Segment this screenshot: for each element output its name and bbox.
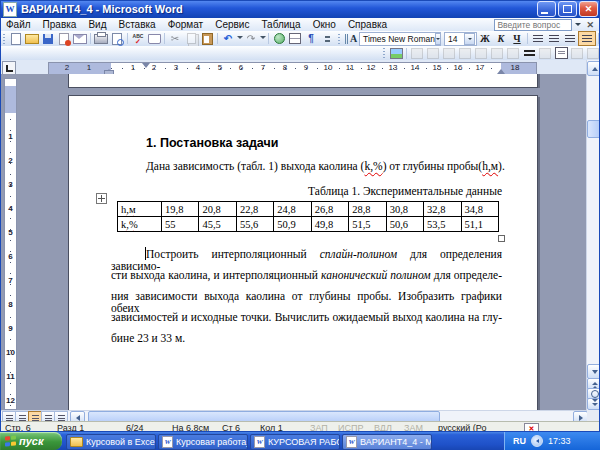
table-cell[interactable]: 19,8 (162, 202, 199, 217)
more-brightness-button[interactable] (457, 47, 473, 60)
document-page[interactable]: 1. Постановка задачи Дана зависимость (т… (68, 95, 538, 410)
print-button[interactable] (93, 32, 109, 45)
first-line-indent-marker[interactable] (142, 63, 150, 72)
right-indent-marker[interactable] (497, 65, 505, 74)
table-cell[interactable]: 50,6 (386, 217, 423, 232)
minimize-button[interactable] (537, 1, 556, 17)
insert-hyperlink-button[interactable] (271, 32, 287, 45)
table-cell[interactable]: 51,1 (461, 217, 499, 232)
ask-dropdown-icon[interactable] (575, 23, 581, 29)
open-button[interactable] (24, 32, 40, 45)
close-button[interactable]: ✕ (579, 1, 598, 17)
align-right-button[interactable] (562, 32, 578, 45)
menu-format[interactable]: Формат (162, 19, 210, 30)
picture-toolbar-grip[interactable] (383, 48, 385, 58)
table-cell[interactable]: 55 (162, 217, 199, 232)
bold-button[interactable]: Ж (477, 32, 493, 45)
font-name-combo[interactable]: Times New Roman (359, 32, 441, 46)
restore-button[interactable] (558, 1, 577, 17)
scroll-down-button[interactable] (587, 364, 600, 379)
table-cell[interactable]: 22,8 (236, 202, 273, 217)
less-contrast-button[interactable] (441, 47, 457, 60)
ask-question-input[interactable] (494, 19, 572, 31)
table-caption[interactable]: Таблица 1. Экспериментальные данные (111, 185, 502, 197)
start-button[interactable]: пуск (0, 432, 62, 450)
section-heading[interactable]: 1. Постановка задачи (146, 136, 278, 150)
table-cell[interactable]: 50,9 (274, 217, 311, 232)
email-button[interactable] (72, 32, 88, 45)
menu-tools[interactable]: Сервис (209, 19, 255, 30)
table-cell[interactable]: 34,8 (461, 202, 499, 217)
previous-page[interactable] (68, 74, 538, 88)
table-cell[interactable]: 32,8 (424, 202, 461, 217)
tab-stop-selector[interactable] (2, 61, 16, 75)
text-wrapping-button[interactable] (553, 47, 569, 60)
toolbar-grip[interactable] (3, 34, 5, 44)
table-move-handle[interactable] (96, 193, 107, 204)
print-preview-button[interactable] (109, 32, 125, 45)
table-cell[interactable]: 26,8 (311, 202, 348, 217)
table-cell[interactable]: 55,6 (236, 217, 273, 232)
tables-borders-button[interactable] (287, 32, 303, 45)
line-style-button[interactable] (521, 47, 537, 60)
table-cell[interactable]: 20,8 (199, 202, 236, 217)
scroll-up-button[interactable] (587, 61, 600, 76)
styles-and-formatting-button[interactable]: А (343, 32, 359, 45)
compress-pictures-button[interactable] (537, 47, 553, 60)
save-button[interactable] (40, 32, 56, 45)
next-object-button[interactable] (587, 398, 600, 410)
more-contrast-button[interactable] (425, 47, 441, 60)
table-cell[interactable]: 24,8 (274, 202, 311, 217)
vertical-scroll-thumb[interactable] (587, 120, 600, 138)
table-cell[interactable]: k,% (118, 217, 162, 232)
language-indicator[interactable]: RU (513, 436, 526, 446)
menu-help[interactable]: Справка (342, 19, 393, 30)
copy-button[interactable] (183, 32, 199, 45)
table-cell[interactable]: 49,8 (311, 217, 348, 232)
crop-button[interactable] (489, 47, 505, 60)
underline-button[interactable]: Ч (509, 32, 525, 45)
paste-button[interactable] (199, 32, 215, 45)
set-transparent-color-button[interactable] (585, 47, 600, 60)
redo-button[interactable]: ↷ (243, 32, 259, 45)
menu-file[interactable]: Файл (0, 19, 37, 30)
menu-edit[interactable]: Правка (37, 19, 83, 30)
show-formatting-marks-button[interactable]: ¶ (303, 32, 319, 45)
justify-button[interactable] (578, 31, 596, 46)
paragraph-line[interactable]: бине 23 и 33 м. (111, 332, 502, 344)
table-cell[interactable]: 53,5 (424, 217, 461, 232)
toolbar-options-button[interactable] (319, 32, 335, 45)
insert-picture-button[interactable] (388, 47, 404, 60)
italic-button[interactable]: К (493, 32, 509, 45)
table-cell[interactable]: 28,8 (349, 202, 386, 217)
cut-button[interactable]: ✂ (167, 32, 183, 45)
volume-icon[interactable] (531, 435, 543, 447)
table-cell[interactable]: 45,5 (199, 217, 236, 232)
research-button[interactable] (146, 32, 162, 45)
taskbar-item-word-doc-2[interactable]: W КУРСОВАЯ РАБОТА_... (250, 434, 340, 450)
taskbar-item-excel-folder[interactable]: Курсовой в Excel (66, 434, 156, 450)
permission-button[interactable] (56, 32, 72, 45)
undo-button[interactable]: ↶ (220, 32, 236, 45)
color-button[interactable] (409, 47, 425, 60)
taskbar-item-word-doc-1[interactable]: W Курсовая работа_2... (158, 434, 248, 450)
spelling-button[interactable]: ABC✓ (130, 32, 146, 45)
table-cell[interactable]: 51,5 (349, 217, 386, 232)
taskbar-item-word-doc-active[interactable]: W ВАРИАНТ4_4 - Micros... (342, 434, 432, 450)
menu-table[interactable]: Таблица (255, 19, 306, 30)
formatting-toolbar-grip[interactable] (338, 34, 340, 44)
table-cell[interactable]: 30,8 (386, 202, 423, 217)
menu-view[interactable]: Вид (82, 19, 112, 30)
vertical-scrollbar[interactable] (586, 60, 600, 410)
table-resize-handle[interactable] (498, 235, 505, 242)
menu-insert[interactable]: Вставка (112, 19, 161, 30)
new-document-button[interactable] (8, 32, 24, 45)
table-cell[interactable]: h,м (118, 202, 162, 217)
align-left-button[interactable] (530, 32, 546, 45)
align-center-button[interactable] (546, 32, 562, 45)
menu-window[interactable]: Окно (307, 19, 342, 30)
less-brightness-button[interactable] (473, 47, 489, 60)
redo-dropdown-icon[interactable] (260, 36, 266, 42)
vertical-ruler[interactable]: 1 2 3 4 5 6 7 8 9 10 11 12 (4, 78, 17, 410)
format-picture-button[interactable] (569, 47, 585, 60)
